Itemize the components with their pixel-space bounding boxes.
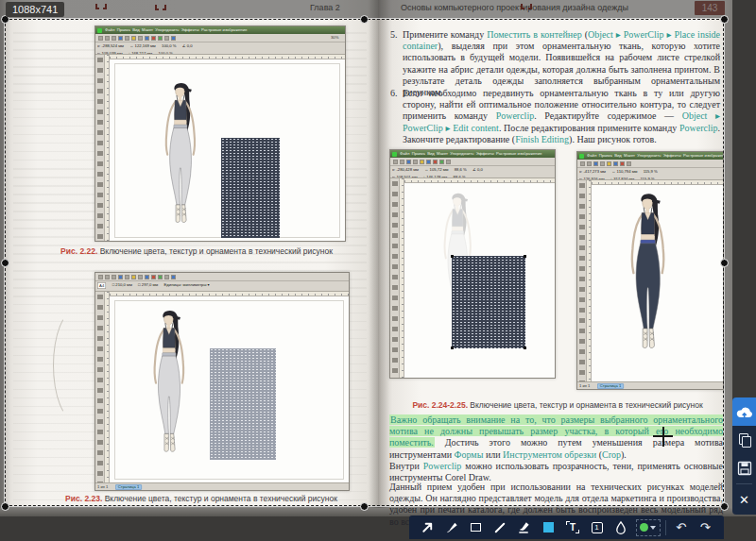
- selection-handle-top-center[interactable]: [360, 15, 369, 24]
- blue-swatch-icon: [543, 522, 554, 533]
- fill-color-tool-button[interactable]: [539, 518, 558, 537]
- line-icon: [495, 522, 506, 533]
- counter-icon: 1: [592, 522, 603, 533]
- selection-handle-top-right[interactable]: [720, 15, 729, 24]
- copy-icon: [739, 433, 750, 447]
- droplet-icon: [614, 520, 627, 534]
- selection-handle-bottom-right[interactable]: [720, 502, 729, 511]
- arrow-icon: [421, 520, 435, 534]
- blur-tool-button[interactable]: [611, 518, 630, 537]
- color-picker-button[interactable]: [636, 519, 661, 536]
- screen-capture-app: Глава 2 Основы компьютерного проектирова…: [0, 0, 756, 541]
- text-icon: T: [566, 521, 579, 533]
- cloud-upload-icon: [735, 405, 753, 419]
- toolbar-divider: [665, 520, 666, 535]
- pen-icon: [445, 520, 459, 534]
- crosshair-cursor: [653, 435, 673, 437]
- arrow-tool-button[interactable]: [419, 518, 438, 537]
- selection-handle-right-middle[interactable]: [720, 259, 729, 267]
- upload-button[interactable]: [732, 397, 756, 426]
- text-tool-button[interactable]: T: [563, 518, 582, 537]
- capture-selection-region[interactable]: [5, 19, 724, 506]
- sidebar-divider: [736, 483, 752, 484]
- redo-button[interactable]: ↷: [696, 518, 714, 537]
- selection-handle-bottom-left[interactable]: [1, 502, 9, 511]
- copy-to-clipboard-button[interactable]: [732, 426, 756, 454]
- selection-handle-left-middle[interactable]: [1, 259, 9, 267]
- rectangle-icon: [471, 523, 481, 532]
- selection-handle-bottom-center[interactable]: [360, 502, 369, 511]
- rectangle-tool-button[interactable]: [467, 518, 486, 537]
- chevron-down-icon: [650, 526, 656, 530]
- selection-size-label: 1088x741: [6, 2, 64, 17]
- marker-tool-button[interactable]: [515, 518, 534, 537]
- undo-icon: ↶: [676, 521, 686, 533]
- annotation-toolbar: T 1 ↶ ↷: [409, 516, 724, 539]
- save-button[interactable]: [732, 454, 756, 482]
- marker-icon: [517, 520, 531, 534]
- redo-icon: ↷: [700, 521, 711, 533]
- dim-overlay-top: [0, 0, 756, 19]
- green-color-swatch-icon: [640, 523, 648, 532]
- save-icon: [737, 461, 752, 476]
- line-tool-button[interactable]: [490, 518, 509, 537]
- close-button[interactable]: ✕: [732, 485, 756, 514]
- capture-action-sidebar: ✕: [732, 397, 756, 515]
- counter-tool-button[interactable]: 1: [588, 518, 607, 537]
- close-icon: ✕: [739, 494, 749, 506]
- pen-tool-button[interactable]: [442, 518, 461, 537]
- undo-button[interactable]: ↶: [672, 518, 691, 537]
